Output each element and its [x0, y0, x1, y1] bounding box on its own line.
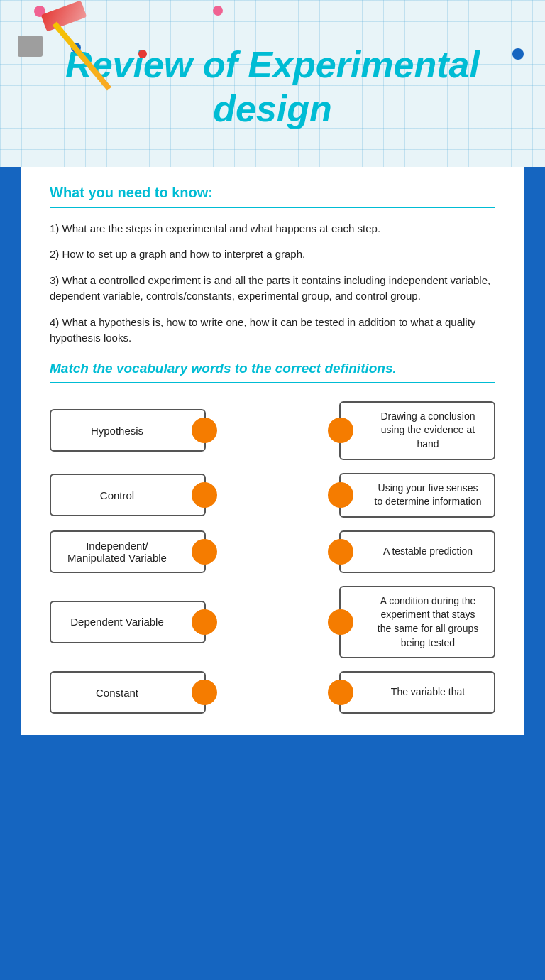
- what-you-need-title: What you need to know:: [50, 185, 495, 201]
- def-label: The variable that: [391, 685, 465, 699]
- match-row-5: Constant The variable that: [50, 671, 495, 714]
- match-title: Match the vocabulary words to the correc…: [50, 361, 495, 376]
- left-sidebar-decoration: [0, 263, 21, 980]
- def-label: A condition during the experiment that s…: [373, 594, 483, 650]
- match-grid: Hypothesis Drawing a conclusion using th…: [50, 401, 495, 714]
- match-row-2: Control Using your five senses to determ…: [50, 473, 495, 518]
- vocab-circle-1: [192, 418, 217, 443]
- def-circle-5: [328, 680, 353, 705]
- vocab-box-dependent[interactable]: Dependent Variable: [50, 601, 206, 643]
- match-row-1: Hypothesis Drawing a conclusion using th…: [50, 401, 495, 460]
- def-box-1[interactable]: Drawing a conclusion using the evidence …: [339, 401, 495, 460]
- decorative-dot: [138, 50, 147, 58]
- match-row-4: Dependent Variable A condition during th…: [50, 586, 495, 658]
- vocab-label: Control: [100, 489, 134, 501]
- def-circle-1: [328, 418, 353, 443]
- vocab-box-control[interactable]: Control: [50, 474, 206, 516]
- match-section: Match the vocabulary words to the correc…: [50, 361, 495, 714]
- decorative-dot: [512, 48, 524, 60]
- list-item: 2) How to set up a graph and how to inte…: [50, 246, 495, 263]
- header-section: Review of Experimental design: [0, 0, 545, 167]
- list-item: 4) What a hypothesis is, how to write on…: [50, 315, 495, 347]
- vocab-circle-5: [192, 680, 217, 705]
- def-box-2[interactable]: Using your five senses to determine info…: [339, 473, 495, 518]
- right-sidebar-decoration: [524, 263, 545, 980]
- vocab-circle-3: [192, 539, 217, 565]
- def-label: Using your five senses to determine info…: [373, 481, 483, 509]
- def-circle-2: [328, 482, 353, 508]
- info-list: 1) What are the steps in experimental an…: [50, 221, 495, 347]
- match-divider: [50, 382, 495, 383]
- def-box-3[interactable]: A testable prediction: [339, 530, 495, 573]
- vocab-box-hypothesis[interactable]: Hypothesis: [50, 409, 206, 452]
- list-item: 1) What are the steps in experimental an…: [50, 221, 495, 237]
- vocab-box-independent[interactable]: Independent/ Manipulated Variable: [50, 530, 206, 573]
- main-content: What you need to know: 1) What are the s…: [21, 167, 524, 735]
- section-divider: [50, 207, 495, 208]
- what-you-need-section: What you need to know: 1) What are the s…: [50, 185, 495, 347]
- vocab-box-constant[interactable]: Constant: [50, 671, 206, 714]
- def-circle-4: [328, 609, 353, 635]
- decorative-dot: [213, 6, 223, 16]
- def-box-5[interactable]: The variable that: [339, 671, 495, 714]
- def-box-4[interactable]: A condition during the experiment that s…: [339, 586, 495, 658]
- match-row-3: Independent/ Manipulated Variable A test…: [50, 530, 495, 573]
- sharpener-decoration: [18, 36, 43, 57]
- vocab-label: Constant: [96, 687, 138, 699]
- def-circle-3: [328, 539, 353, 565]
- eraser-decoration: [41, 0, 87, 31]
- page-title: Review of Experimental design: [28, 43, 517, 131]
- vocab-label: Dependent Variable: [70, 616, 163, 628]
- vocab-circle-4: [192, 609, 217, 635]
- def-label: A testable prediction: [383, 545, 473, 559]
- def-label: Drawing a conclusion using the evidence …: [373, 410, 483, 452]
- vocab-label: Hypothesis: [91, 425, 143, 437]
- vocab-label: Independent/ Manipulated Variable: [62, 540, 172, 564]
- vocab-circle-2: [192, 482, 217, 508]
- list-item: 3) What a controlled experiment is and a…: [50, 273, 495, 305]
